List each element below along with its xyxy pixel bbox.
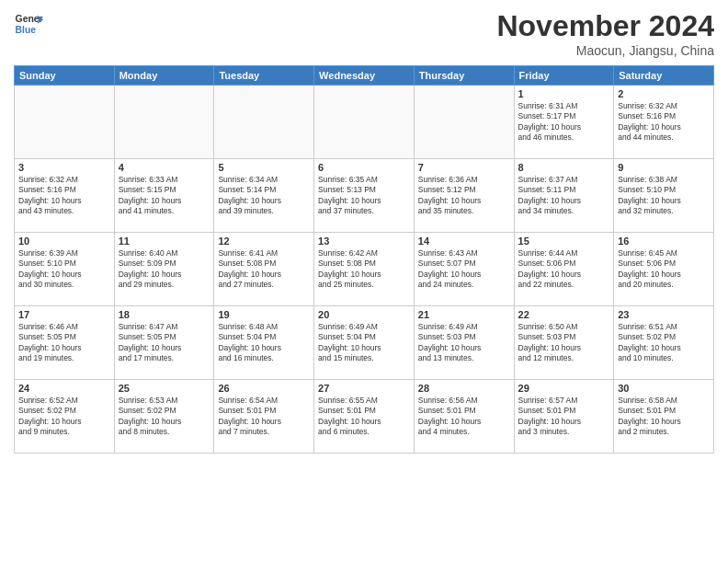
table-row: 18Sunrise: 6:47 AM Sunset: 5:05 PM Dayli…	[114, 306, 214, 380]
table-row	[314, 86, 415, 159]
table-row: 16Sunrise: 6:45 AM Sunset: 5:06 PM Dayli…	[614, 233, 714, 306]
table-row: 15Sunrise: 6:44 AM Sunset: 5:06 PM Dayli…	[514, 233, 614, 306]
table-row: 26Sunrise: 6:54 AM Sunset: 5:01 PM Dayli…	[214, 380, 314, 454]
col-thursday: Thursday	[414, 66, 514, 86]
day-number: 29	[518, 383, 610, 394]
col-saturday: Saturday	[614, 66, 714, 86]
day-number: 3	[18, 162, 110, 173]
day-number: 28	[418, 383, 510, 394]
table-row: 2Sunrise: 6:32 AM Sunset: 5:16 PM Daylig…	[614, 86, 714, 159]
calendar-header-row: Sunday Monday Tuesday Wednesday Thursday…	[15, 66, 714, 86]
day-number: 12	[218, 236, 310, 247]
table-row: 1Sunrise: 6:31 AM Sunset: 5:17 PM Daylig…	[514, 86, 614, 159]
table-row: 13Sunrise: 6:42 AM Sunset: 5:08 PM Dayli…	[314, 233, 415, 306]
day-info: Sunrise: 6:36 AM Sunset: 5:12 PM Dayligh…	[418, 175, 510, 217]
table-row: 17Sunrise: 6:46 AM Sunset: 5:05 PM Dayli…	[15, 306, 115, 380]
day-info: Sunrise: 6:47 AM Sunset: 5:05 PM Dayligh…	[119, 322, 210, 364]
logo-icon: General Blue	[14, 9, 43, 39]
day-info: Sunrise: 6:37 AM Sunset: 5:11 PM Dayligh…	[518, 175, 610, 217]
calendar-week-row: 24Sunrise: 6:52 AM Sunset: 5:02 PM Dayli…	[15, 380, 714, 454]
day-number: 10	[18, 236, 110, 247]
day-info: Sunrise: 6:44 AM Sunset: 5:06 PM Dayligh…	[518, 248, 610, 291]
day-number: 14	[418, 236, 510, 247]
day-info: Sunrise: 6:57 AM Sunset: 5:01 PM Dayligh…	[518, 396, 610, 438]
day-info: Sunrise: 6:40 AM Sunset: 5:09 PM Dayligh…	[119, 248, 210, 291]
day-info: Sunrise: 6:55 AM Sunset: 5:01 PM Dayligh…	[318, 396, 410, 438]
day-number: 30	[618, 383, 710, 394]
day-info: Sunrise: 6:52 AM Sunset: 5:02 PM Dayligh…	[18, 396, 110, 438]
table-row: 4Sunrise: 6:33 AM Sunset: 5:15 PM Daylig…	[114, 159, 214, 233]
location: Maocun, Jiangsu, China	[496, 43, 714, 58]
table-row	[414, 86, 514, 159]
day-info: Sunrise: 6:54 AM Sunset: 5:01 PM Dayligh…	[218, 396, 310, 438]
day-number: 18	[119, 309, 210, 320]
day-number: 2	[618, 88, 710, 99]
day-number: 5	[218, 162, 310, 173]
table-row: 7Sunrise: 6:36 AM Sunset: 5:12 PM Daylig…	[414, 159, 514, 233]
col-tuesday: Tuesday	[214, 66, 314, 86]
day-number: 17	[18, 309, 110, 320]
day-number: 1	[518, 88, 610, 99]
table-row: 10Sunrise: 6:39 AM Sunset: 5:10 PM Dayli…	[15, 233, 115, 306]
day-number: 15	[518, 236, 610, 247]
day-number: 6	[318, 162, 410, 173]
calendar-table: Sunday Monday Tuesday Wednesday Thursday…	[14, 65, 714, 454]
col-sunday: Sunday	[15, 66, 115, 86]
table-row: 27Sunrise: 6:55 AM Sunset: 5:01 PM Dayli…	[314, 380, 415, 454]
calendar-week-row: 3Sunrise: 6:32 AM Sunset: 5:16 PM Daylig…	[15, 159, 714, 233]
day-number: 16	[618, 236, 710, 247]
title-block: November 2024 Maocun, Jiangsu, China	[496, 9, 714, 58]
svg-text:Blue: Blue	[16, 25, 37, 35]
table-row: 5Sunrise: 6:34 AM Sunset: 5:14 PM Daylig…	[214, 159, 314, 233]
day-info: Sunrise: 6:53 AM Sunset: 5:02 PM Dayligh…	[119, 396, 210, 438]
day-number: 22	[518, 309, 610, 320]
table-row: 28Sunrise: 6:56 AM Sunset: 5:01 PM Dayli…	[414, 380, 514, 454]
day-number: 7	[418, 162, 510, 173]
day-info: Sunrise: 6:49 AM Sunset: 5:04 PM Dayligh…	[318, 322, 410, 364]
day-number: 20	[318, 309, 410, 320]
day-info: Sunrise: 6:49 AM Sunset: 5:03 PM Dayligh…	[418, 322, 510, 364]
day-info: Sunrise: 6:33 AM Sunset: 5:15 PM Dayligh…	[119, 175, 210, 217]
calendar-week-row: 17Sunrise: 6:46 AM Sunset: 5:05 PM Dayli…	[15, 306, 714, 380]
table-row: 21Sunrise: 6:49 AM Sunset: 5:03 PM Dayli…	[414, 306, 514, 380]
table-row: 19Sunrise: 6:48 AM Sunset: 5:04 PM Dayli…	[214, 306, 314, 380]
table-row: 12Sunrise: 6:41 AM Sunset: 5:08 PM Dayli…	[214, 233, 314, 306]
table-row: 25Sunrise: 6:53 AM Sunset: 5:02 PM Dayli…	[114, 380, 214, 454]
table-row	[214, 86, 314, 159]
day-number: 19	[218, 309, 310, 320]
day-number: 9	[618, 162, 710, 173]
day-info: Sunrise: 6:46 AM Sunset: 5:05 PM Dayligh…	[18, 322, 110, 364]
table-row: 24Sunrise: 6:52 AM Sunset: 5:02 PM Dayli…	[15, 380, 115, 454]
day-number: 11	[119, 236, 210, 247]
calendar-week-row: 1Sunrise: 6:31 AM Sunset: 5:17 PM Daylig…	[15, 86, 714, 159]
table-row: 14Sunrise: 6:43 AM Sunset: 5:07 PM Dayli…	[414, 233, 514, 306]
table-row: 23Sunrise: 6:51 AM Sunset: 5:02 PM Dayli…	[614, 306, 714, 380]
day-info: Sunrise: 6:39 AM Sunset: 5:10 PM Dayligh…	[18, 248, 110, 291]
table-row	[15, 86, 115, 159]
day-info: Sunrise: 6:34 AM Sunset: 5:14 PM Dayligh…	[218, 175, 310, 217]
table-row: 11Sunrise: 6:40 AM Sunset: 5:09 PM Dayli…	[114, 233, 214, 306]
col-monday: Monday	[114, 66, 214, 86]
day-number: 13	[318, 236, 410, 247]
day-number: 27	[318, 383, 410, 394]
day-info: Sunrise: 6:38 AM Sunset: 5:10 PM Dayligh…	[618, 175, 710, 217]
calendar-week-row: 10Sunrise: 6:39 AM Sunset: 5:10 PM Dayli…	[15, 233, 714, 306]
day-info: Sunrise: 6:51 AM Sunset: 5:02 PM Dayligh…	[618, 322, 710, 364]
day-info: Sunrise: 6:32 AM Sunset: 5:16 PM Dayligh…	[18, 175, 110, 217]
table-row: 30Sunrise: 6:58 AM Sunset: 5:01 PM Dayli…	[614, 380, 714, 454]
col-friday: Friday	[514, 66, 614, 86]
table-row: 8Sunrise: 6:37 AM Sunset: 5:11 PM Daylig…	[514, 159, 614, 233]
table-row: 3Sunrise: 6:32 AM Sunset: 5:16 PM Daylig…	[15, 159, 115, 233]
day-info: Sunrise: 6:43 AM Sunset: 5:07 PM Dayligh…	[418, 248, 510, 291]
table-row: 20Sunrise: 6:49 AM Sunset: 5:04 PM Dayli…	[314, 306, 415, 380]
day-info: Sunrise: 6:32 AM Sunset: 5:16 PM Dayligh…	[618, 101, 710, 144]
day-info: Sunrise: 6:41 AM Sunset: 5:08 PM Dayligh…	[218, 248, 310, 291]
day-info: Sunrise: 6:56 AM Sunset: 5:01 PM Dayligh…	[418, 396, 510, 438]
logo: General Blue	[14, 9, 43, 39]
day-info: Sunrise: 6:58 AM Sunset: 5:01 PM Dayligh…	[618, 396, 710, 438]
day-number: 21	[418, 309, 510, 320]
day-info: Sunrise: 6:50 AM Sunset: 5:03 PM Dayligh…	[518, 322, 610, 364]
header: General Blue November 2024 Maocun, Jiang…	[14, 9, 714, 58]
day-info: Sunrise: 6:31 AM Sunset: 5:17 PM Dayligh…	[518, 101, 610, 144]
table-row: 29Sunrise: 6:57 AM Sunset: 5:01 PM Dayli…	[514, 380, 614, 454]
